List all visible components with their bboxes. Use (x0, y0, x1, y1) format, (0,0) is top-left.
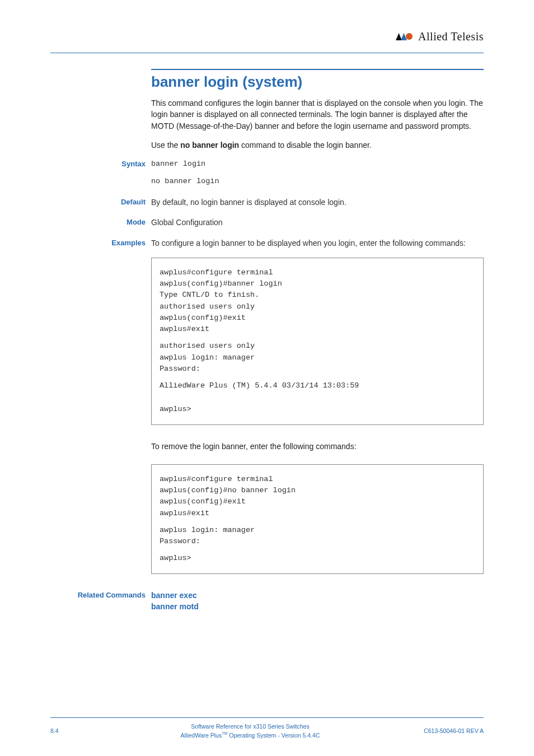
footer-os-version: Operating System - Version 5.4.4C (227, 731, 320, 738)
mode-label: Mode (50, 217, 146, 228)
brand-name: Allied Telesis (418, 30, 484, 43)
default-label: Default (50, 197, 146, 208)
examples-section: Examples To configure a login banner to … (151, 237, 484, 249)
examples-intro-2: To remove the login banner, enter the fo… (151, 441, 484, 452)
code-line: AlliedWare Plus (TM) 5.4.4 03/31/14 13:0… (160, 380, 475, 391)
code-line: Type CNTL/D to finish. (160, 290, 475, 301)
default-section: Default By default, no login banner is d… (151, 197, 484, 208)
brand-logo-icon (396, 31, 415, 41)
code-line: authorised users only (160, 340, 475, 352)
related-link-banner-exec[interactable]: banner exec (151, 590, 484, 601)
footer-os-name: AlliedWare Plus (180, 731, 222, 738)
footer-title-line-1: Software Reference for x310 Series Switc… (95, 722, 405, 731)
code-line: Password: (160, 363, 475, 375)
syntax-section: Syntax banner login no banner login (151, 158, 484, 188)
page-header: Allied Telesis (50, 22, 484, 50)
usage-note: Use the no banner login command to disab… (151, 139, 484, 151)
mode-text: Global Configuration (151, 217, 484, 228)
syntax-line-2: no banner login (151, 176, 484, 188)
code-line: awplus#exit (160, 508, 475, 519)
code-line: awplus(config)#exit (160, 496, 475, 507)
default-text: By default, no login banner is displayed… (151, 197, 484, 208)
example-box-1: awplus#configure terminal awplus(config)… (151, 258, 484, 425)
title-rule (151, 69, 484, 70)
related-link-banner-motd[interactable]: banner motd (151, 601, 484, 612)
footer-title-line-2: AlliedWare PlusTM Operating System - Ver… (95, 731, 405, 739)
page-footer: 8.4 Software Reference for x310 Series S… (50, 717, 484, 739)
related-commands-section: Related Commands banner exec banner motd (151, 590, 484, 613)
usage-bold-command: no banner login (180, 141, 239, 150)
footer-center: Software Reference for x310 Series Switc… (95, 722, 405, 739)
mode-section: Mode Global Configuration (151, 217, 484, 228)
examples-intro: To configure a login banner to be displa… (151, 237, 484, 249)
usage-suffix: command to disable the login banner. (239, 141, 372, 150)
code-line: awplus(config)#banner login (160, 278, 475, 290)
code-line: awplus(config)#exit (160, 312, 475, 324)
syntax-line-1: banner login (151, 158, 484, 170)
svg-point-2 (406, 33, 413, 40)
code-line: awplus#configure terminal (160, 474, 475, 485)
code-line: awplus#configure terminal (160, 267, 475, 278)
syntax-label: Syntax (50, 158, 146, 170)
footer-trademark: TM (222, 731, 227, 735)
command-description: This command configures the login banner… (151, 97, 484, 132)
footer-doc-id: C613-50046-01 REV A (405, 727, 484, 734)
code-line: awplus> (160, 404, 475, 415)
example-box-2: awplus#configure terminal awplus(config)… (151, 464, 484, 574)
page-title: banner login (system) (151, 73, 484, 91)
code-line: awplus#exit (160, 324, 475, 335)
code-line: awplus login: manager (160, 525, 475, 536)
examples-label: Examples (50, 237, 146, 249)
code-line: awplus(config)#no banner login (160, 485, 475, 496)
related-commands-label: Related Commands (50, 590, 146, 601)
footer-page-number: 8.4 (50, 727, 95, 734)
brand-logo: Allied Telesis (396, 30, 484, 43)
code-line: awplus> (160, 553, 475, 564)
code-line: Password: (160, 536, 475, 547)
header-divider (50, 53, 484, 53)
code-line: authorised users only (160, 301, 475, 312)
footer-divider (50, 717, 484, 718)
svg-marker-0 (396, 33, 402, 40)
usage-prefix: Use the (151, 141, 180, 150)
code-line: awplus login: manager (160, 352, 475, 363)
